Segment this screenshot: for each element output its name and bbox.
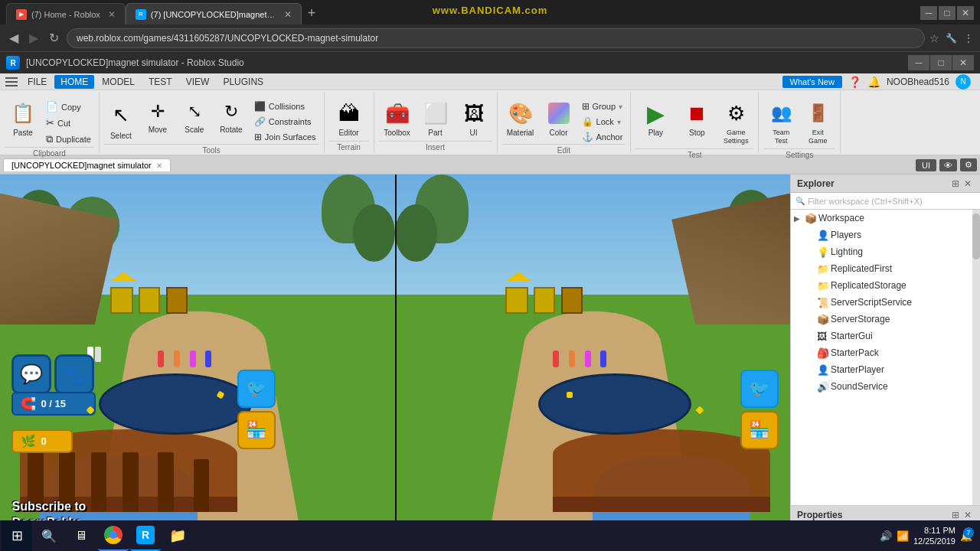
twitter-btn-left[interactable]: 🐦 xyxy=(237,370,276,408)
whats-new-btn[interactable]: What's New xyxy=(782,76,842,88)
file-explorer-taskbar-icon[interactable]: 📁 xyxy=(162,520,193,551)
exit-game-btn[interactable]: 🚪 Exit Game xyxy=(800,96,835,148)
tree-item-sound-service[interactable]: 🔊 SoundService xyxy=(791,378,980,395)
shop-btn-right[interactable]: 🏪 xyxy=(740,411,779,449)
lighting-label: Lighting xyxy=(831,246,863,257)
properties-float-btn[interactable]: ⊞ xyxy=(949,510,962,520)
tree-item-players[interactable]: 👤 Players xyxy=(791,227,980,243)
explorer-close-btn[interactable]: ✕ xyxy=(962,178,974,189)
menu-model[interactable]: MODEL xyxy=(96,75,141,89)
shop-btn-left[interactable]: 🏪 xyxy=(237,411,276,449)
team-test-btn[interactable]: 👥 Team Test xyxy=(763,96,799,148)
menu-plugins[interactable]: PLUGINS xyxy=(217,75,270,89)
camera-btn[interactable]: 👁 xyxy=(939,159,957,171)
studio-close-btn[interactable]: ✕ xyxy=(952,55,974,70)
viewport[interactable]: 💬 🐾 🧲 0 / 15 🌿 0 🐦 🏪 xyxy=(0,174,790,549)
refresh-btn[interactable]: ↻ xyxy=(46,29,62,47)
duplicate-btn[interactable]: ⧉ Duplicate xyxy=(43,132,94,147)
coins-value: 0 xyxy=(41,435,46,447)
start-btn[interactable]: ⊞ xyxy=(2,520,32,551)
exit-game-icon: 🚪 xyxy=(804,99,831,127)
stop-btn[interactable]: ⏹ Stop xyxy=(677,96,717,140)
paw-btn[interactable]: 🐾 xyxy=(54,354,94,394)
join-surfaces-btn[interactable]: ⊞ Join Surfaces xyxy=(251,130,319,144)
bookmark-icon[interactable]: ☆ xyxy=(929,32,939,44)
roblox-taskbar-icon[interactable]: R xyxy=(130,520,161,551)
group-btn[interactable]: ⊞ Group ▾ xyxy=(579,99,626,113)
tab-2-close[interactable]: ✕ xyxy=(284,9,292,20)
cut-icon: ✂ xyxy=(46,117,54,129)
lock-btn[interactable]: 🔒 Lock ▾ xyxy=(579,115,626,129)
material-btn[interactable]: 🎨 Material xyxy=(502,96,539,140)
back-btn[interactable]: ◀ xyxy=(6,29,21,47)
menu-view[interactable]: VIEW xyxy=(180,75,216,89)
collisions-btn[interactable]: ⬛ Collisions xyxy=(251,99,319,113)
help-icon[interactable]: ❓ xyxy=(848,76,861,88)
ui-view-btn[interactable]: UI xyxy=(916,159,936,171)
tree-item-lighting[interactable]: 💡 Lighting xyxy=(791,243,980,260)
notifications-icon[interactable]: 🔔 xyxy=(867,76,880,88)
forward-btn[interactable]: ▶ xyxy=(26,29,41,47)
explorer-search-bar[interactable]: 🔍 Filter workspace (Ctrl+Shift+X) xyxy=(791,193,980,210)
move-btn[interactable]: ✛ Move xyxy=(141,96,175,137)
close-btn[interactable]: ✕ xyxy=(957,6,974,20)
select-btn[interactable]: ↖ Select xyxy=(104,96,138,143)
task-view-btn[interactable]: 🖥 xyxy=(66,520,96,551)
settings-btn[interactable]: ⚙ xyxy=(960,158,977,171)
tab-magnet-sim[interactable]: [UNCOPYLOCKED]magnet simulator ✕ xyxy=(3,158,171,171)
clipboard-label: Clipboard xyxy=(5,147,94,158)
studio-title: [UNCOPYLOCKED]magnet simulator - Roblox … xyxy=(26,57,902,68)
new-tab-btn[interactable]: + xyxy=(308,5,316,24)
chat-btn[interactable]: 💬 xyxy=(11,354,51,394)
cut-btn[interactable]: ✂ Cut xyxy=(43,116,94,130)
menu-test[interactable]: TEST xyxy=(142,75,178,89)
properties-close-btn[interactable]: ✕ xyxy=(962,510,974,520)
part-btn[interactable]: ⬜ Part xyxy=(417,96,454,140)
minimize-btn[interactable]: ─ xyxy=(920,6,937,20)
game-settings-btn[interactable]: ⚙ Game Settings xyxy=(718,96,753,148)
tree-item-starter-gui[interactable]: 🖼 StarterGui xyxy=(791,328,980,344)
color-btn[interactable]: Color xyxy=(541,96,577,140)
studio-maximize-btn[interactable]: □ xyxy=(930,55,952,70)
play-btn[interactable]: ▶ Play xyxy=(635,96,675,140)
paste-btn[interactable]: 📋 Paste xyxy=(5,96,41,140)
search-taskbar-btn[interactable]: 🔍 xyxy=(34,520,64,551)
speaker-icon[interactable]: 🔊 xyxy=(880,530,892,542)
maximize-btn[interactable]: □ xyxy=(939,6,956,20)
extension-icon[interactable]: 🔧 xyxy=(946,33,957,44)
taskbar-clock[interactable]: 8:11 PM 12/25/2019 xyxy=(913,525,956,547)
menu-icon[interactable]: ⋮ xyxy=(963,32,974,44)
explorer-float-btn[interactable]: ⊞ xyxy=(949,178,962,189)
constraints-btn[interactable]: 🔗 Constraints xyxy=(251,115,319,129)
tree-item-replicated-first[interactable]: 📁 ReplicatedFirst xyxy=(791,260,980,277)
notification-badge[interactable]: 🔔 7 xyxy=(960,529,972,543)
tree-item-workspace[interactable]: ▶ 📦 Workspace xyxy=(791,210,980,227)
menu-btn-hamburger[interactable] xyxy=(3,73,20,90)
tab-close-icon[interactable]: ✕ xyxy=(156,161,162,170)
browser-tab-2[interactable]: R (7) [UNCOPYLOCKED]magnet si... ✕ xyxy=(126,3,302,24)
tree-item-starter-player[interactable]: 👤 StarterPlayer xyxy=(791,361,980,378)
tree-item-starter-pack[interactable]: 🎒 StarterPack xyxy=(791,344,980,361)
tree-item-server-storage[interactable]: 📦 ServerStorage xyxy=(791,311,980,328)
browser-tab-1[interactable]: ▶ (7) Home - Roblox ✕ xyxy=(6,3,126,24)
menu-file[interactable]: FILE xyxy=(21,75,53,89)
menu-home[interactable]: HOME xyxy=(54,75,94,89)
address-bar[interactable]: web.roblox.com/games/4311605287/UNCOPYLO… xyxy=(67,28,925,48)
tree-item-server-script[interactable]: 📜 ServerScriptService xyxy=(791,294,980,311)
network-icon[interactable]: 📶 xyxy=(897,530,909,542)
ui-btn[interactable]: 🖼 UI xyxy=(456,96,492,140)
tree-item-replicated-storage[interactable]: 📁 ReplicatedStorage xyxy=(791,277,980,294)
rotate-btn[interactable]: ↻ Rotate xyxy=(214,96,248,137)
explorer-header: Explorer ⊞ ✕ xyxy=(791,174,980,193)
explorer-scrollbar[interactable] xyxy=(972,210,980,505)
window-controls: ─ □ ✕ xyxy=(920,6,980,24)
twitter-btn-right[interactable]: 🐦 xyxy=(740,370,779,408)
toolbox-btn[interactable]: 🧰 Toolbox xyxy=(379,96,416,140)
scale-btn[interactable]: ⤡ Scale xyxy=(178,96,211,137)
terrain-editor-btn[interactable]: 🏔 Editor xyxy=(329,96,369,140)
copy-btn[interactable]: 📄 Copy xyxy=(43,99,94,114)
anchor-btn[interactable]: ⚓ Anchor xyxy=(579,130,626,144)
studio-minimize-btn[interactable]: ─ xyxy=(908,55,929,70)
chrome-taskbar-icon[interactable] xyxy=(98,520,129,551)
tab-1-close[interactable]: ✕ xyxy=(108,9,116,20)
